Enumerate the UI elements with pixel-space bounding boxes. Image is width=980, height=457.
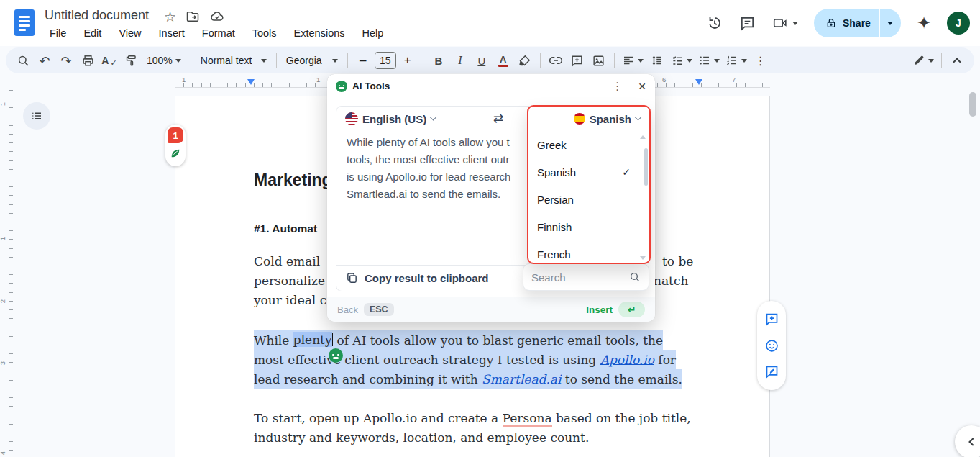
docs-logo-icon[interactable] — [14, 9, 35, 36]
video-call-button[interactable] — [771, 15, 798, 31]
menu-format[interactable]: Format — [197, 26, 240, 40]
language-option-finnish[interactable]: Finnish — [528, 213, 649, 240]
insert-image-button[interactable] — [589, 50, 609, 71]
account-avatar[interactable]: J — [947, 12, 970, 35]
ai-tools-popup: AI Tools ⋮ ✕ English (US) ⇄ While plenty… — [327, 74, 655, 322]
spellcheck-button[interactable]: A✓ — [99, 50, 119, 71]
highlight-color-button[interactable] — [515, 50, 535, 71]
suggestion-count-badge[interactable]: 1 — [168, 127, 183, 143]
insert-label[interactable]: Insert — [586, 304, 613, 315]
apollo-link[interactable]: Apollo.io — [600, 352, 654, 366]
language-option-spanish[interactable]: Spanish✓ — [528, 158, 649, 186]
cloud-saved-icon[interactable] — [209, 9, 225, 24]
share-dropdown-button[interactable] — [879, 9, 901, 37]
numbered-list-button[interactable] — [723, 50, 749, 71]
menu-file[interactable]: File — [45, 26, 71, 40]
margin-actions-pill — [757, 301, 786, 390]
star-icon[interactable]: ☆ — [164, 9, 176, 24]
redo-button[interactable]: ↷ — [56, 50, 76, 71]
checklist-caret-icon — [687, 59, 692, 63]
italic-button[interactable]: I — [450, 50, 470, 71]
ai-assistant-icon[interactable] — [329, 348, 343, 363]
language-option-greek[interactable]: Greek — [528, 131, 649, 158]
bulleted-list-button[interactable] — [696, 50, 722, 71]
spain-flag-icon — [574, 113, 585, 125]
increase-font-size-button[interactable]: + — [398, 50, 418, 71]
extension-leaf-icon[interactable] — [170, 148, 181, 159]
text-color-button[interactable]: A — [493, 50, 513, 71]
ruler-ticks — [9, 90, 13, 457]
top-bar: Untitled document ☆ File Edit View Inser… — [0, 0, 980, 46]
suggest-edits-icon[interactable] — [764, 364, 779, 379]
decrease-font-size-button[interactable]: – — [353, 50, 373, 71]
menu-view[interactable]: View — [114, 26, 146, 40]
popup-close-icon[interactable]: ✕ — [638, 81, 646, 92]
comments-icon[interactable] — [739, 15, 756, 32]
word-selection: plenty — [293, 332, 332, 347]
target-language-select[interactable]: Spanish — [528, 107, 649, 131]
undo-button[interactable]: ↶ — [35, 50, 55, 71]
styles-select[interactable]: Normal text — [196, 50, 271, 71]
swap-languages-icon[interactable]: ⇄ — [493, 111, 503, 125]
search-icon — [629, 271, 641, 283]
esc-key-badge[interactable]: ESC — [364, 303, 394, 316]
version-history-icon[interactable] — [706, 14, 723, 32]
grammar-assistant-badge[interactable]: 1 — [165, 125, 186, 166]
document-title[interactable]: Untitled document — [45, 8, 149, 23]
add-comment-button[interactable] — [567, 50, 587, 71]
paint-format-button[interactable] — [121, 50, 141, 71]
underline-button[interactable]: U — [472, 50, 492, 71]
vertical-ruler[interactable]: 1 1 2 3 4 — [0, 90, 13, 457]
styles-caret-icon — [261, 59, 267, 63]
source-language-select[interactable]: English (US) — [362, 113, 426, 125]
font-size-input[interactable]: 15 — [375, 52, 396, 69]
share-button[interactable]: Share — [814, 9, 901, 37]
language-search — [523, 263, 649, 291]
editing-mode-caret-icon — [928, 59, 934, 63]
language-option-french[interactable]: French — [528, 240, 649, 264]
doc-paragraph-fragment: to be — [662, 254, 693, 268]
menu-extensions[interactable]: Extensions — [289, 26, 350, 40]
move-folder-icon[interactable] — [186, 9, 200, 24]
insert-link-button[interactable] — [546, 50, 566, 71]
add-comment-icon[interactable] — [764, 312, 779, 327]
hide-menus-button[interactable] — [947, 50, 967, 71]
language-search-input[interactable] — [531, 271, 625, 284]
doc-paragraph-fragment: your ideal c — [254, 293, 326, 307]
print-button[interactable] — [78, 50, 98, 71]
dropdown-scrollbar[interactable] — [644, 148, 648, 186]
right-indent-marker[interactable] — [695, 79, 702, 85]
chevron-down-icon[interactable] — [430, 113, 437, 120]
left-indent-marker[interactable] — [247, 79, 255, 85]
show-outline-button[interactable] — [23, 102, 50, 130]
video-call-caret-icon[interactable] — [792, 22, 798, 25]
insert-enter-button[interactable]: ↵ — [618, 302, 645, 317]
menu-help[interactable]: Help — [357, 26, 389, 40]
scroll-up-icon[interactable] — [640, 135, 646, 139]
more-toolbar-options-button[interactable]: ⋮ — [751, 50, 771, 71]
emoji-reaction-icon[interactable] — [764, 338, 779, 353]
popup-overflow-menu-icon[interactable]: ⋮ — [612, 80, 623, 93]
checklist-button[interactable] — [669, 50, 695, 71]
menu-tools[interactable]: Tools — [247, 26, 282, 40]
menu-edit[interactable]: Edit — [78, 26, 106, 40]
menu-insert[interactable]: Insert — [154, 26, 190, 40]
align-caret-icon — [638, 59, 644, 63]
zoom-caret-icon — [175, 59, 181, 63]
back-label[interactable]: Back — [337, 304, 358, 315]
doc-paragraph: industry and keywords, location, and emp… — [254, 430, 589, 445]
vertical-scrollbar[interactable] — [969, 92, 976, 117]
bold-button[interactable]: B — [429, 50, 449, 71]
previous-page-button[interactable] — [955, 425, 980, 457]
gemini-sparkle-icon[interactable]: ✦ — [917, 13, 931, 33]
zoom-select[interactable]: 100% — [142, 50, 186, 71]
line-spacing-button[interactable] — [647, 50, 667, 71]
language-option-persian[interactable]: Persian — [528, 186, 649, 213]
language-list: Greek Spanish✓ Persian Finnish French — [528, 131, 649, 264]
scroll-down-icon[interactable] — [640, 256, 646, 260]
search-menus-button[interactable] — [13, 50, 33, 71]
smartlead-link[interactable]: Smartlead.ai — [482, 371, 561, 386]
editing-mode-button[interactable] — [910, 50, 936, 71]
align-button[interactable] — [620, 50, 646, 71]
font-select[interactable]: Georgia — [282, 50, 342, 71]
